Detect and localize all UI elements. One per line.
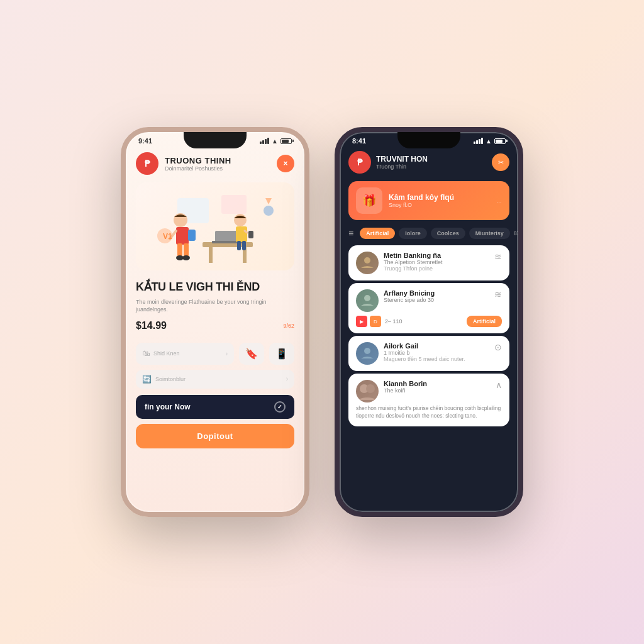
wifi-status-arflany: ≋ bbox=[494, 289, 502, 299]
svg-marker-24 bbox=[265, 198, 272, 204]
field-icon2[interactable]: 🔖 bbox=[239, 343, 264, 365]
card-badges-arflany: ▶ D 2– 110 Artificial bbox=[356, 316, 502, 327]
card-info-ailork: Ailork Gail 1 Imoitie b Maguero tfên 5 m… bbox=[384, 342, 489, 362]
svg-rect-18 bbox=[242, 241, 246, 250]
card-header-kiannh: Kiannh Borin The koiñ ∧ bbox=[356, 380, 502, 402]
filter-tab-miunterisy[interactable]: Miunterisy bbox=[469, 228, 510, 239]
join-button-arflany[interactable]: Artificial bbox=[467, 316, 502, 327]
screen-left: ₱ TRUONG THINH Doinmaritel Poshusties × bbox=[126, 147, 304, 504]
field-sub-text: Soimtonblur bbox=[155, 376, 282, 382]
product-reviews: 9/62 bbox=[283, 323, 294, 329]
featured-card: 🎁 Kâm fand kôy flqú Snoy fl.O … bbox=[348, 181, 509, 220]
expand-kiannh[interactable]: ∧ bbox=[496, 380, 502, 390]
check-icon: ✓ bbox=[274, 401, 286, 413]
logo-right: ₱ bbox=[348, 151, 371, 174]
card-header-ailork: Ailork Gail 1 Imoitie b Maguero tfên 5 m… bbox=[356, 342, 502, 365]
expand-ailork[interactable]: ⊙ bbox=[494, 342, 502, 352]
title-block-left: TRUONG THINH Doinmaritel Poshusties bbox=[165, 156, 270, 172]
card-desc-kiannh: shenhon muising fucit's piurise chêin bo… bbox=[356, 405, 502, 420]
notch-right bbox=[397, 132, 460, 148]
notch-left bbox=[184, 132, 247, 148]
badge-red-arflany: ▶ bbox=[356, 316, 367, 327]
wifi-icon-right: ▲ bbox=[486, 138, 492, 145]
time-left: 9:41 bbox=[138, 137, 152, 145]
wifi-status-metin: ≋ bbox=[494, 252, 502, 262]
arrow-icon-1: › bbox=[226, 350, 228, 357]
arrow-icon-2: › bbox=[286, 375, 288, 382]
card-name-metin: Metin Banking ña bbox=[384, 252, 489, 259]
filter-count: 87:00 bbox=[514, 230, 518, 236]
list-card-arflany: Arflany Bnicing Stereric sipe ado 30 ≋ ▶… bbox=[348, 283, 509, 333]
avatar-ailork bbox=[356, 342, 379, 365]
dark-app-subtitle: Truong Thin bbox=[376, 164, 487, 170]
list-card-metin: Metin Banking ña The Alpetion Stemretlet… bbox=[348, 245, 509, 280]
bookmark-icon: 🔖 bbox=[245, 348, 258, 360]
filter-tab-artificial[interactable]: Artificial bbox=[360, 228, 395, 239]
card-tag-ailork: Maguero tfên 5 meed daic nuter. bbox=[384, 356, 489, 362]
svg-point-29 bbox=[366, 384, 375, 393]
featured-icon: 🎁 bbox=[356, 187, 382, 214]
filter-tab-coolces[interactable]: Coolces bbox=[431, 228, 465, 239]
card-header-metin: Metin Banking ña The Alpetion Stemretlet… bbox=[356, 252, 502, 274]
filter-row: ≡ Artificial Iolore Coolces Miunterisy 8… bbox=[340, 224, 518, 243]
svg-rect-11 bbox=[184, 243, 189, 257]
phone-icon: 📱 bbox=[275, 348, 288, 360]
svg-rect-17 bbox=[237, 241, 241, 250]
featured-name: Kâm fand kôy flqú bbox=[389, 193, 490, 202]
card-name-arflany: Arflany Bnicing bbox=[384, 289, 489, 297]
field-icon3[interactable]: 📱 bbox=[269, 343, 294, 365]
svg-point-26 bbox=[364, 295, 370, 301]
field-shop[interactable]: 🛍 Shid Knen › bbox=[136, 343, 234, 365]
featured-action[interactable]: … bbox=[496, 197, 502, 204]
svg-text:V1: V1 bbox=[163, 232, 172, 241]
cta-secondary-label: Dopitout bbox=[197, 431, 233, 441]
card-tag-metin: Truoqg Thfon poine bbox=[384, 265, 489, 272]
app-title-left: TRUONG THINH bbox=[165, 156, 270, 165]
card-role-kiannh: The koiñ bbox=[384, 387, 491, 394]
cta-secondary-button[interactable]: Dopitout bbox=[136, 424, 294, 448]
app-subtitle-left: Doinmaritel Poshusties bbox=[165, 165, 270, 172]
left-phone: 9:41 ▲ ₱ TRUONG THINH Doinmaritel Poshus… bbox=[121, 127, 309, 517]
cta-primary-button[interactable]: fin your Now ✓ bbox=[136, 395, 294, 419]
screen-right: ₱ TRUVNIT HON Truong Thin ✂ 🎁 Kâm fand k… bbox=[340, 147, 518, 504]
svg-rect-3 bbox=[209, 247, 213, 263]
card-info-arflany: Arflany Bnicing Stereric sipe ado 30 bbox=[384, 289, 489, 303]
wifi-icon-left: ▲ bbox=[272, 138, 278, 145]
right-phone: 8:41 ▲ ₱ TRUVNIT HON Truong Thin ✂ 🎁 bbox=[335, 127, 523, 517]
product-name: KẮTU LE VIGH THI ĚND bbox=[136, 280, 294, 294]
form-section: 🛍 Shid Knen › 🔖 📱 🔄 Soimtonblur › fin yo… bbox=[126, 343, 304, 448]
svg-point-25 bbox=[364, 257, 370, 264]
svg-rect-9 bbox=[188, 230, 196, 241]
card-name-ailork: Ailork Gail bbox=[384, 342, 489, 350]
shop-icon: 🛍 bbox=[142, 349, 150, 358]
product-desc: The moin dleveringe Flathuaine be your v… bbox=[136, 298, 294, 314]
svg-rect-16 bbox=[236, 226, 247, 242]
status-icons-left: ▲ bbox=[260, 138, 292, 145]
card-info-metin: Metin Banking ña The Alpetion Stemretlet… bbox=[384, 252, 489, 272]
close-button-left[interactable]: × bbox=[277, 155, 294, 172]
card-role-ailork: 1 Imoitie b bbox=[384, 350, 489, 356]
svg-rect-19 bbox=[248, 231, 253, 238]
card-name-kiannh: Kiannh Borin bbox=[384, 380, 491, 387]
dark-title-block: TRUVNIT HON Truong Thin bbox=[376, 155, 487, 170]
field-shop-text: Shid Knen bbox=[153, 350, 222, 357]
svg-rect-8 bbox=[176, 227, 189, 245]
battery-left bbox=[280, 138, 292, 144]
avatar-kiannh bbox=[356, 380, 379, 402]
app-header-left: ₱ TRUONG THINH Doinmaritel Poshusties × bbox=[126, 147, 304, 180]
price-row: $14.99 9/62 bbox=[136, 320, 294, 331]
card-role-arflany: Stereric sipe ado 30 bbox=[384, 297, 489, 303]
filter-tab-iolore[interactable]: Iolore bbox=[399, 228, 427, 239]
featured-text-block: Kâm fand kôy flqú Snoy fl.O bbox=[389, 193, 490, 208]
scissors-button[interactable]: ✂ bbox=[492, 153, 509, 171]
avatar-arflany bbox=[356, 289, 379, 312]
field-subscription[interactable]: 🔄 Soimtonblur › bbox=[136, 370, 294, 389]
battery-right bbox=[494, 138, 506, 144]
svg-point-23 bbox=[264, 206, 274, 216]
badge-count-arflany: 2– 110 bbox=[385, 318, 402, 325]
sub-icon: 🔄 bbox=[142, 375, 152, 384]
svg-point-27 bbox=[364, 348, 370, 354]
dark-app-title: TRUVNIT HON bbox=[376, 155, 487, 164]
illustration-svg: V1 bbox=[140, 186, 291, 267]
card-info-kiannh: Kiannh Borin The koiñ bbox=[384, 380, 491, 394]
